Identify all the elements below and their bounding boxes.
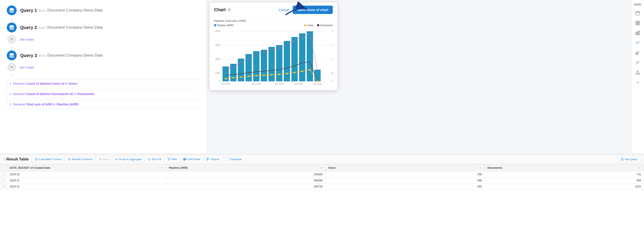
sidebar-calendar-icon[interactable] <box>633 8 643 18</box>
sidebar-node-icon[interactable] <box>633 68 643 78</box>
svg-point-58 <box>116 159 116 160</box>
limit-rows-button[interactable]: Limit Rows <box>181 156 203 162</box>
svg-rect-61 <box>184 158 186 159</box>
svg-rect-29 <box>636 21 640 25</box>
auto-label: AUTO <box>634 2 641 8</box>
query-1-icon <box>7 6 17 15</box>
query-3-from: from <box>39 54 46 58</box>
add-query-button[interactable]: Add Query <box>618 156 640 162</box>
database-icon-2 <box>9 25 14 30</box>
legend-arr: Pipeline (ARR) <box>214 24 234 27</box>
arr-col-chevron[interactable] <box>320 166 323 169</box>
database-icon-3 <box>9 53 14 58</box>
limit-rows-label: Limit Rows <box>187 158 200 161</box>
bar-10 <box>292 37 298 81</box>
transpose-label: Transpose <box>229 158 242 161</box>
svg-point-1 <box>12 38 13 40</box>
add-query-icon <box>620 158 624 161</box>
unpivot-button[interactable]: Unpivot <box>204 156 222 162</box>
row-documents: 731 <box>485 171 644 177</box>
svg-rect-63 <box>184 160 185 160</box>
group-aggregate-label: Group & Aggregate <box>118 158 142 161</box>
sidebar-line-chart-icon[interactable] <box>633 38 643 48</box>
row-date: 2019-11 <box>7 177 166 184</box>
calculated-column-label: Calculated Column <box>39 158 62 161</box>
pivot-label: Pivot <box>102 158 109 161</box>
zero-fill-button[interactable]: Zero Fill <box>145 156 164 162</box>
chart-body: Pipeline Overview (ARR) Pipeline (ARR) U… <box>210 17 337 90</box>
chart-panel: Chart ⚙ Cancel Save clone of chart Pipel… <box>209 2 338 90</box>
bar-11 <box>299 33 305 81</box>
rename-2-handle: I <box>10 92 11 96</box>
users-dot-1 <box>225 78 226 80</box>
users-dot-3 <box>240 76 242 78</box>
chart-gear-icon[interactable]: ⚙ <box>228 8 231 13</box>
pivot-icon <box>98 158 102 161</box>
sidebar-table-icon[interactable] <box>633 18 643 28</box>
users-dot-4 <box>248 75 250 77</box>
chart-actions: Cancel Save clone of chart <box>279 6 333 14</box>
save-clone-button[interactable]: Save clone of chart <box>293 6 333 14</box>
svg-rect-65 <box>208 158 209 159</box>
sidebar-combo-chart-icon[interactable] <box>633 48 643 58</box>
reorder-columns-button[interactable]: Reorder Columns <box>65 156 95 162</box>
rename-1-handle: I <box>10 82 11 85</box>
svg-point-41 <box>638 63 638 64</box>
svg-line-47 <box>636 71 638 74</box>
users-dot-7 <box>271 74 272 76</box>
row-number: 2 <box>0 177 7 184</box>
result-toolbar: I Result Table Calculated Column Reorder… <box>0 155 644 164</box>
sidebar-scatter-icon[interactable] <box>633 58 643 68</box>
svg-line-48 <box>638 71 639 74</box>
svg-rect-56 <box>99 158 100 159</box>
date-column-header: DATE_BUCKET of Created Date <box>7 164 166 171</box>
users-column-header: Users <box>326 164 485 171</box>
legend-docs-label: Documents <box>320 24 333 27</box>
legend-users-dot <box>304 24 306 26</box>
legend-docs: Documents <box>317 24 333 27</box>
connector-line-1 <box>12 18 12 22</box>
rename-1-text: Rename Count of distinct Users Id to Use… <box>13 82 78 85</box>
chart-header: Chart ⚙ Cancel Save clone of chart <box>210 3 337 17</box>
sidebar-bar-chart-icon[interactable] <box>633 28 643 38</box>
transpose-icon <box>225 158 228 161</box>
svg-text:2.23K: 2.23K <box>332 30 333 33</box>
svg-text:1.18K: 1.18K <box>332 58 333 60</box>
group-aggregate-icon <box>114 158 118 161</box>
svg-text:100K: 100K <box>215 72 220 74</box>
filter-button[interactable]: Filter <box>165 156 180 162</box>
date-col-chevron[interactable] <box>160 166 163 169</box>
legend-arr-dot <box>214 24 216 26</box>
transpose-button[interactable]: Transpose <box>223 156 244 162</box>
result-drag-handle[interactable]: I <box>4 157 4 161</box>
query-1-label: Query 1 <box>20 8 37 13</box>
query-3-source: Document Company Demo Data <box>47 53 102 58</box>
users-dot-2 <box>232 77 234 79</box>
users-dot-11 <box>301 70 303 72</box>
chart-legend: Pipeline (ARR) Users Documents <box>214 24 333 27</box>
users-dot-12 <box>309 69 311 71</box>
documents-col-chevron[interactable] <box>638 166 641 169</box>
unpivot-label: Unpivot <box>210 158 220 161</box>
pipeline-panel: Query 1 from Document Company Demo Data … <box>0 0 207 153</box>
rename-3-from: Total sum of ARR <box>26 103 52 106</box>
query-3-icon <box>7 51 17 60</box>
svg-text:Jan 2020: Jan 2020 <box>252 83 261 85</box>
filter-label: Filter <box>171 158 177 161</box>
group-aggregate-button[interactable]: Group & Aggregate <box>112 156 144 162</box>
pivot-button[interactable]: Pivot <box>96 156 111 162</box>
cancel-button[interactable]: Cancel <box>279 8 289 12</box>
join-2-row: Join outer <box>8 63 200 71</box>
svg-text:0: 0 <box>219 80 220 82</box>
unpivot-icon <box>206 158 209 161</box>
query-2-from: from <box>39 26 46 30</box>
sidebar-down-icon[interactable] <box>633 78 643 87</box>
query-1-from: from <box>39 9 46 13</box>
users-dot-6 <box>263 74 265 76</box>
connector-line-3 <box>12 74 12 78</box>
zero-fill-icon <box>148 158 151 161</box>
legend-users-label: Users <box>307 24 314 27</box>
svg-rect-35 <box>637 32 638 35</box>
calculated-column-button[interactable]: Calculated Column <box>32 156 64 162</box>
users-col-chevron[interactable] <box>478 166 482 169</box>
